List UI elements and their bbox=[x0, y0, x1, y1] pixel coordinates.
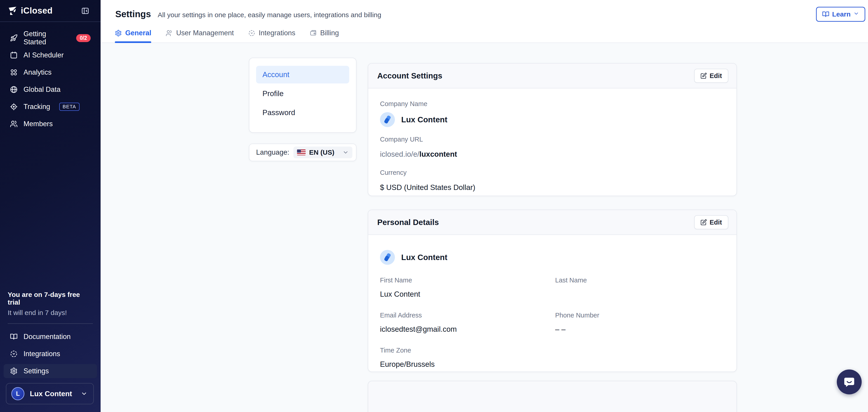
settings-tabs: General User Management bbox=[115, 29, 339, 42]
company-url-label: Company URL bbox=[380, 136, 725, 143]
page-title-row: Settings All your settings in one place,… bbox=[115, 9, 381, 19]
sidebar-item-label: Members bbox=[24, 120, 53, 128]
tab-general[interactable]: General bbox=[115, 29, 151, 42]
card-title: Personal Details bbox=[377, 218, 439, 227]
sidebar-item-analytics[interactable]: Analytics bbox=[4, 65, 97, 79]
sidebar-nav: Getting Started 0/2 AI Scheduler bbox=[0, 31, 101, 131]
sidebar-item-label: Tracking bbox=[24, 102, 50, 111]
sidebar-item-label: AI Scheduler bbox=[24, 51, 64, 59]
account-settings-header: Account Settings Edit bbox=[368, 63, 737, 88]
iclosed-logo: iClosed bbox=[8, 6, 53, 16]
section-item-label: Account bbox=[262, 70, 289, 79]
chevron-down-icon bbox=[853, 10, 859, 18]
currency-label: Currency bbox=[380, 169, 725, 176]
sidebar-item-getting-started[interactable]: Getting Started 0/2 bbox=[4, 31, 97, 45]
gear-icon bbox=[115, 30, 122, 37]
sidebar-header: iClosed bbox=[0, 0, 101, 22]
sidebar-item-label: Documentation bbox=[24, 333, 71, 341]
topbar: Settings All your settings in one place,… bbox=[101, 0, 868, 43]
last-name-label: Last Name bbox=[555, 276, 725, 284]
sidebar-item-settings[interactable]: Settings bbox=[4, 364, 97, 378]
tab-user-management[interactable]: User Management bbox=[166, 29, 234, 42]
billing-icon bbox=[310, 30, 317, 37]
tab-integrations[interactable]: Integrations bbox=[248, 29, 295, 42]
book-icon bbox=[822, 11, 829, 18]
sidebar-item-label: Settings bbox=[24, 367, 49, 375]
sidebar-item-label: Analytics bbox=[24, 68, 52, 77]
section-item-password[interactable]: Password bbox=[256, 104, 349, 121]
chat-bubble-icon bbox=[843, 376, 856, 388]
users-icon bbox=[10, 120, 18, 128]
workspace-selector[interactable]: L Lux Content bbox=[6, 383, 94, 404]
main-area: Settings All your settings in one place,… bbox=[101, 0, 868, 412]
settings-content: Account Profile Password Language: EN (U… bbox=[101, 43, 868, 412]
personal-fields-grid: First Name Lux Content Last Name Email A… bbox=[380, 276, 725, 369]
learn-label: Learn bbox=[832, 10, 850, 18]
target-icon bbox=[10, 103, 18, 111]
settings-section-nav: Account Profile Password bbox=[249, 58, 356, 133]
sidebar-item-label: Integrations bbox=[24, 350, 60, 358]
company-url-slug: luxcontent bbox=[419, 150, 457, 158]
person-avatar bbox=[380, 250, 395, 265]
collapse-sidebar-button[interactable] bbox=[81, 6, 90, 16]
edit-label: Edit bbox=[710, 219, 722, 226]
chevron-down-icon bbox=[342, 149, 349, 155]
person-row: Lux Content bbox=[380, 250, 725, 265]
person-name: Lux Content bbox=[401, 253, 447, 262]
edit-account-settings-button[interactable]: Edit bbox=[694, 69, 728, 83]
integrations-icon bbox=[10, 350, 18, 358]
email-value: iclosedtest@gmail.com bbox=[380, 325, 555, 333]
last-name-field: Last Name bbox=[555, 276, 725, 298]
sidebar-item-members[interactable]: Members bbox=[4, 117, 97, 131]
sidebar-item-label: Global Data bbox=[24, 86, 61, 94]
company-avatar bbox=[380, 112, 395, 127]
sidebar-item-ai-scheduler[interactable]: AI Scheduler bbox=[4, 48, 97, 62]
company-name-label: Company Name bbox=[380, 100, 725, 108]
sidebar-item-tracking[interactable]: Tracking BETA bbox=[4, 100, 97, 114]
company-url-value: iclosed.io/e/luxcontent bbox=[380, 150, 725, 158]
trial-subtitle: It will end in 7 days! bbox=[8, 309, 93, 317]
language-card: Language: EN (US) bbox=[249, 144, 356, 161]
first-name-value: Lux Content bbox=[380, 290, 555, 298]
section-item-account[interactable]: Account bbox=[256, 66, 349, 83]
us-flag-icon bbox=[297, 149, 306, 155]
globe-icon bbox=[10, 86, 18, 93]
phone-value: – – bbox=[555, 325, 725, 333]
language-label: Language: bbox=[256, 148, 289, 156]
first-name-label: First Name bbox=[380, 276, 555, 284]
tab-billing[interactable]: Billing bbox=[310, 29, 339, 42]
section-item-label: Profile bbox=[262, 89, 284, 98]
timezone-field: Time Zone Europe/Brussels bbox=[380, 347, 555, 369]
workspace-name: Lux Content bbox=[30, 390, 72, 398]
iclosed-logo-icon bbox=[8, 6, 18, 16]
calendar-icon bbox=[10, 51, 18, 59]
trial-banner: You are on 7-days free trial It will end… bbox=[0, 291, 101, 317]
collapse-panel-icon bbox=[81, 7, 89, 15]
timezone-value: Europe/Brussels bbox=[380, 360, 555, 369]
learn-button[interactable]: Learn bbox=[816, 7, 865, 22]
currency-value: $ USD (United States Dollar) bbox=[380, 183, 725, 192]
sidebar: iClosed Ge bbox=[0, 0, 101, 412]
sidebar-item-global-data[interactable]: Global Data bbox=[4, 83, 97, 96]
trial-title: You are on 7-days free trial bbox=[8, 291, 93, 306]
logo-text: iClosed bbox=[21, 6, 53, 16]
section-item-profile[interactable]: Profile bbox=[256, 85, 349, 102]
sidebar-item-integrations[interactable]: Integrations bbox=[4, 347, 97, 361]
rocket-icon bbox=[10, 34, 18, 42]
grid-icon bbox=[10, 68, 18, 76]
sidebar-item-label: Getting Started bbox=[24, 30, 68, 46]
edit-label: Edit bbox=[710, 72, 722, 80]
pencil-icon bbox=[701, 219, 707, 226]
chevron-down-icon bbox=[81, 390, 88, 397]
tracking-beta-badge: BETA bbox=[59, 102, 80, 111]
personal-details-body: Lux Content First Name Lux Content Last … bbox=[368, 235, 737, 369]
edit-personal-details-button[interactable]: Edit bbox=[694, 215, 728, 229]
language-select[interactable]: EN (US) bbox=[293, 147, 352, 158]
book-icon bbox=[10, 333, 18, 341]
sidebar-item-documentation[interactable]: Documentation bbox=[4, 330, 97, 344]
workspace-avatar: L bbox=[11, 387, 24, 400]
sidebar-divider bbox=[8, 323, 93, 324]
page-subtitle: All your settings in one place, easily m… bbox=[158, 11, 381, 19]
chat-launcher-button[interactable] bbox=[837, 370, 862, 394]
company-name-value: Lux Content bbox=[401, 115, 447, 124]
